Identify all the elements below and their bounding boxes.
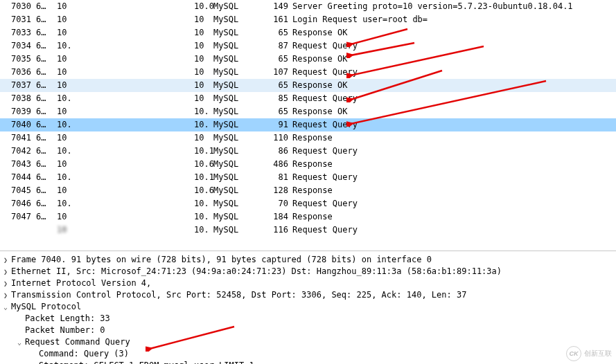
- cell-srcport: [134, 13, 194, 26]
- cell-info: Response OK: [292, 53, 616, 66]
- table-row[interactable]: 70436…1010.6MySQL486Response: [0, 158, 616, 171]
- table-row[interactable]: 70396…1010.MySQL65Response OK: [0, 105, 616, 118]
- table-row[interactable]: 1010.MySQL116Request Query: [0, 224, 616, 237]
- cell-source: 10: [57, 105, 134, 118]
- cell-time: [36, 224, 57, 237]
- cell-info: Request Query: [292, 224, 616, 237]
- cell-length: 110: [256, 131, 292, 145]
- cell-length: 65: [256, 53, 292, 66]
- packet-list[interactable]: 70306…1010.0MySQL149Server Greeting prot…: [0, 0, 616, 251]
- cell-protocol: MySQL: [213, 0, 256, 13]
- cell-length: 86: [256, 145, 292, 158]
- table-row[interactable]: 70336…1010MySQL65Response OK: [0, 26, 616, 39]
- tree-label: MySQL Protocol: [11, 301, 81, 313]
- cell-info: Response: [292, 158, 616, 171]
- cell-srcport: [134, 184, 194, 197]
- cell-protocol: MySQL: [213, 224, 256, 237]
- cell-no: 7042: [0, 145, 36, 158]
- tree-label: Ethernet II, Src: Microsof_24:71:23 (94:…: [11, 266, 502, 277]
- tree-ethernet[interactable]: ❯ Ethernet II, Src: Microsof_24:71:23 (9…: [0, 266, 616, 277]
- tree-label: Command: Query (3): [39, 348, 129, 360]
- cell-source: 10: [57, 26, 134, 39]
- cell-dest: 10.: [194, 105, 213, 118]
- cell-protocol: MySQL: [213, 92, 256, 105]
- cell-no: 7036: [0, 66, 36, 79]
- cell-srcport: [134, 66, 194, 79]
- table-row[interactable]: 70456…1010.6MySQL128Response: [0, 184, 616, 197]
- cell-source: 10: [57, 210, 134, 224]
- cell-no: 7035: [0, 53, 36, 66]
- cell-time: 6…: [36, 13, 57, 26]
- cell-dest: 10.: [194, 197, 213, 210]
- cell-source: 10: [57, 184, 134, 197]
- cell-protocol: MySQL: [213, 171, 256, 184]
- tree-label: Packet Number: 0: [25, 325, 105, 336]
- tree-label: Transmission Control Protocol, Src Port:…: [11, 289, 466, 301]
- tree-packet-number[interactable]: Packet Number: 0: [0, 325, 616, 336]
- cell-srcport: [134, 0, 194, 13]
- cell-protocol: MySQL: [213, 118, 256, 131]
- cell-length: 91: [256, 118, 292, 131]
- cell-source: 10.: [57, 92, 134, 105]
- cell-length: 486: [256, 158, 292, 171]
- cell-srcport: [134, 53, 194, 66]
- table-row[interactable]: 70386…10.10MySQL85Request Query: [0, 92, 616, 105]
- table-row[interactable]: 70376…1010MySQL65Response OK: [0, 79, 616, 92]
- chevron-right-icon: ❯: [0, 277, 11, 289]
- tree-label: Statement: SELECT 1 FROM mysql.user LIMI…: [39, 360, 254, 364]
- cell-no: 7031: [0, 13, 36, 26]
- tree-request-command-query[interactable]: ⌄ Request Command Query: [0, 336, 616, 348]
- tree-tcp[interactable]: ❯ Transmission Control Protocol, Src Por…: [0, 289, 616, 301]
- cell-no: 7038: [0, 92, 36, 105]
- packet-details[interactable]: ❯ Frame 7040. 91 bytes on wire (728 bits…: [0, 251, 616, 364]
- tree-label: Packet Length: 33: [25, 313, 110, 325]
- table-row[interactable]: 70346…10.10MySQL87Request Query: [0, 39, 616, 53]
- table-row[interactable]: 70406…10.10.MySQL91Request Query: [0, 118, 616, 131]
- table-row[interactable]: 70306…1010.0MySQL149Server Greeting prot…: [0, 0, 616, 13]
- cell-source: 10: [57, 79, 134, 92]
- table-row[interactable]: 70366…1010MySQL107Request Query: [0, 66, 616, 79]
- cell-protocol: MySQL: [213, 131, 256, 145]
- tree-statement[interactable]: Statement: SELECT 1 FROM mysql.user LIMI…: [0, 360, 616, 364]
- cell-no: 7041: [0, 131, 36, 145]
- chevron-right-icon: ❯: [0, 254, 11, 266]
- cell-length: 128: [256, 184, 292, 197]
- table-row[interactable]: 70356…1010MySQL65Response OK: [0, 53, 616, 66]
- tree-frame[interactable]: ❯ Frame 7040. 91 bytes on wire (728 bits…: [0, 254, 616, 266]
- cell-time: 6…: [36, 197, 57, 210]
- cell-dest: 10: [194, 26, 213, 39]
- cell-protocol: MySQL: [213, 13, 256, 26]
- cell-dest: 10.1: [194, 145, 213, 158]
- tree-ip[interactable]: ❯ Internet Protocol Version 4,: [0, 277, 616, 289]
- tree-packet-length[interactable]: Packet Length: 33: [0, 313, 616, 325]
- cell-dest: 10: [194, 131, 213, 145]
- table-row[interactable]: 70476…1010.MySQL184Response: [0, 210, 616, 224]
- cell-info: Request Query: [292, 66, 616, 79]
- cell-protocol: MySQL: [213, 197, 256, 210]
- table-row[interactable]: 70426…10.10.1MySQL86Request Query: [0, 145, 616, 158]
- cell-info: Response: [292, 184, 616, 197]
- cell-dest: 10: [194, 39, 213, 53]
- cell-source: 10.: [57, 145, 134, 158]
- cell-protocol: MySQL: [213, 26, 256, 39]
- cell-source: 10.: [57, 118, 134, 131]
- cell-source: 10: [57, 53, 134, 66]
- cell-dest: 10.1: [194, 171, 213, 184]
- cell-source: 10.: [57, 197, 134, 210]
- cell-time: 6…: [36, 131, 57, 145]
- table-row[interactable]: 70316…1010MySQL161Login Request user=roo…: [0, 13, 616, 26]
- tree-mysql[interactable]: ⌄ MySQL Protocol: [0, 301, 616, 313]
- cell-time: 6…: [36, 210, 57, 224]
- table-row[interactable]: 70416…1010MySQL110Response: [0, 131, 616, 145]
- cell-time: 6…: [36, 53, 57, 66]
- tree-label: Frame 7040. 91 bytes on wire (728 bits),…: [11, 254, 432, 266]
- tree-command[interactable]: Command: Query (3): [0, 348, 616, 360]
- table-row[interactable]: 70466…10.10.MySQL70Request Query: [0, 197, 616, 210]
- cell-time: 6…: [36, 66, 57, 79]
- cell-no: 7045: [0, 184, 36, 197]
- table-row[interactable]: 70446…10.10.1MySQL81Request Query: [0, 171, 616, 184]
- cell-time: 6…: [36, 171, 57, 184]
- cell-protocol: MySQL: [213, 145, 256, 158]
- cell-length: 87: [256, 39, 292, 53]
- cell-info: Response OK: [292, 105, 616, 118]
